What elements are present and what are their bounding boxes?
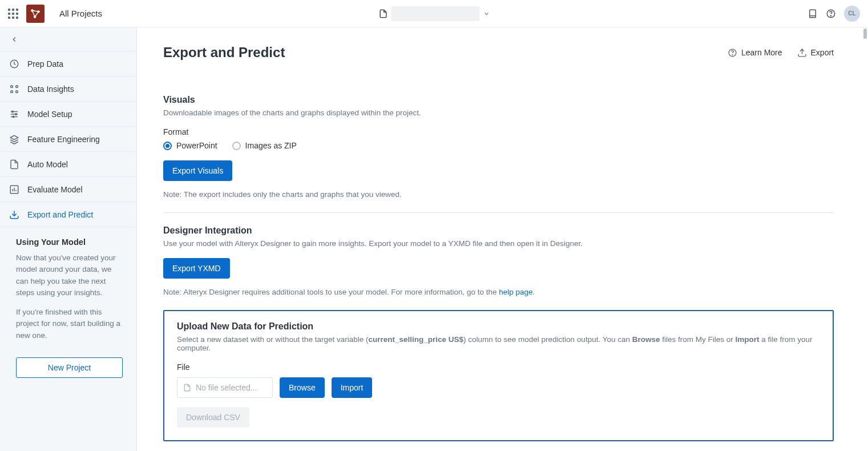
sidebar-item-prep-data[interactable]: Prep Data [0,51,136,76]
sidebar-label: Model Setup [27,110,72,119]
learn-more-link[interactable]: Learn More [728,48,782,58]
download-csv-button: Download CSV [177,407,249,428]
page-header: Export and Predict Learn More Export [163,45,834,61]
sidebar-item-data-insights[interactable]: Data Insights [0,76,136,102]
chart-icon [9,184,19,195]
svg-marker-18 [10,135,18,140]
back-button[interactable] [0,27,136,51]
visuals-subtext: Downloadable images of the charts and gr… [163,108,834,117]
insights-icon [9,84,19,94]
topbar-right: CL [808,6,860,22]
radio-dot-icon [232,142,241,150]
chevron-down-icon[interactable] [483,10,490,17]
sidebar-item-model-setup[interactable]: Model Setup [0,102,136,127]
scrollbar[interactable] [863,29,867,39]
project-name-placeholder [391,6,479,21]
sidebar-item-evaluate-model[interactable]: Evaluate Model [0,177,136,202]
svg-rect-3 [810,10,816,18]
sidebar-item-auto-model[interactable]: Auto Model [0,152,136,177]
file-input[interactable]: No file selected... [177,377,273,398]
app-logo[interactable] [26,5,45,23]
sidebar-item-export-predict[interactable]: Export and Predict [0,202,136,227]
svg-point-10 [11,90,13,92]
file-small-icon [183,383,191,392]
svg-point-17 [13,116,14,118]
upload-section: Upload New Data for Prediction Select a … [163,310,834,441]
divider [163,212,834,213]
sidebar-label: Auto Model [27,160,68,169]
file-placeholder: No file selected... [196,383,257,392]
document-icon [378,9,387,19]
main-content: Export and Predict Learn More Export Vis… [137,27,868,451]
sidebar-description: Using Your Model Now that you've created… [0,227,136,355]
sidebar-label: Evaluate Model [27,185,83,194]
sidebar-label: Export and Predict [27,210,93,219]
file-icon [9,159,19,170]
svg-point-9 [16,85,18,87]
designer-note: Note: Alteryx Designer requires addition… [163,288,834,296]
learn-more-label: Learn More [741,48,782,57]
svg-point-6 [830,15,831,16]
sidebar-label: Feature Engineering [27,135,100,144]
export-yxmd-button[interactable]: Export YXMD [163,258,230,279]
page-title: Export and Predict [163,45,285,61]
upload-icon [797,48,807,58]
sidebar-desc-p2: If you're finished with this project for… [16,307,123,341]
visuals-heading: Visuals [163,95,834,105]
upload-subtext: Select a new dataset with or without the… [177,335,820,352]
export-link[interactable]: Export [797,48,834,58]
sidebar-label: Prep Data [27,59,63,69]
sliders-icon [9,109,19,119]
project-selector[interactable] [378,6,490,21]
svg-point-11 [16,90,18,92]
export-visuals-button[interactable]: Export Visuals [163,160,232,181]
import-button[interactable]: Import [332,377,373,398]
book-icon[interactable] [808,9,818,19]
topbar: All Projects CL [0,0,868,27]
sidebar-item-feature-engineering[interactable]: Feature Engineering [0,127,136,152]
designer-heading: Designer Integration [163,226,834,236]
radio-zip-label: Images as ZIP [245,141,297,150]
file-label: File [177,363,820,372]
visuals-note: Note: The export includes only the chart… [163,190,834,199]
format-label: Format [163,127,834,136]
question-circle-icon [728,48,737,58]
download-icon [9,210,19,220]
layers-icon [9,134,19,144]
clock-icon [9,59,19,69]
visuals-section: Visuals Downloadable images of the chart… [163,95,834,199]
sidebar-desc-title: Using Your Model [16,237,123,247]
designer-subtext: Use your model with Alteryx Designer to … [163,239,834,248]
chevron-left-icon [10,35,18,43]
svg-point-15 [12,111,14,112]
designer-section: Designer Integration Use your model with… [163,226,834,296]
user-avatar[interactable]: CL [844,6,860,22]
export-label: Export [811,48,834,57]
radio-dot-checked-icon [163,142,172,150]
help-icon[interactable] [826,9,836,19]
breadcrumb-all-projects[interactable]: All Projects [59,9,102,18]
topbar-left: All Projects [8,5,102,23]
sidebar-label: Data Insights [27,84,74,94]
sidebar: Prep Data Data Insights Model Setup Feat… [0,27,137,451]
svg-point-16 [15,113,17,115]
radio-powerpoint[interactable]: PowerPoint [163,141,217,150]
sidebar-desc-p1: Now that you've created your model aroun… [16,252,123,299]
radio-ppt-label: PowerPoint [176,141,217,150]
svg-point-25 [732,54,733,55]
svg-point-8 [11,85,13,87]
radio-images-zip[interactable]: Images as ZIP [232,141,297,150]
help-page-link[interactable]: help page [499,288,532,296]
new-project-button[interactable]: New Project [16,357,123,378]
browse-button[interactable]: Browse [280,377,325,398]
upload-heading: Upload New Data for Prediction [177,321,820,332]
apps-grid-icon[interactable] [8,9,18,19]
